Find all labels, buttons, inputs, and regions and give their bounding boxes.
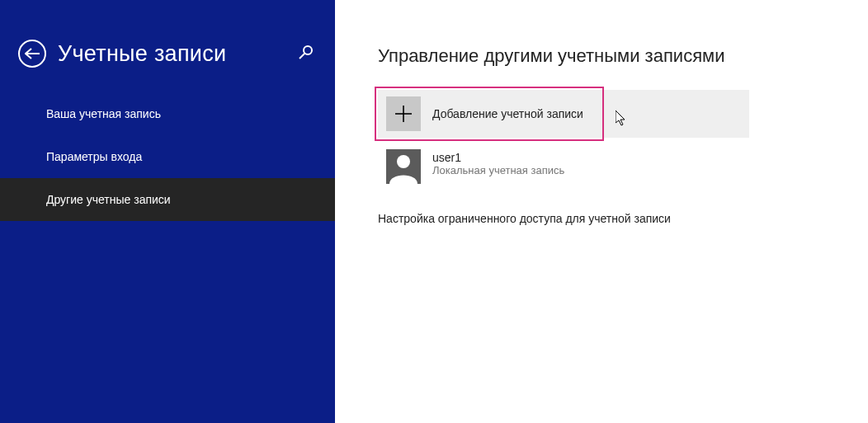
user-icon — [386, 149, 421, 184]
svg-point-4 — [397, 155, 410, 168]
sidebar-item-signin-options[interactable]: Параметры входа — [0, 135, 335, 178]
add-account-button[interactable]: Добавление учетной записи — [378, 90, 749, 138]
restricted-access-link[interactable]: Настройка ограниченного доступа для учет… — [378, 212, 671, 225]
sidebar-title: Учетные записи — [58, 41, 226, 67]
plus-icon-box — [386, 96, 421, 131]
search-icon — [299, 45, 314, 59]
sidebar: Учетные записи Ваша учетная запись Парам… — [0, 0, 335, 423]
user-row[interactable]: user1 Локальная учетная запись — [378, 143, 749, 190]
sidebar-menu: Ваша учетная запись Параметры входа Друг… — [0, 92, 335, 221]
main-panel: Управление другими учетными записями Доб… — [335, 0, 868, 423]
svg-line-1 — [300, 54, 304, 59]
sidebar-item-label: Параметры входа — [46, 150, 142, 163]
sidebar-item-label: Ваша учетная запись — [46, 107, 161, 120]
back-arrow-icon — [25, 48, 40, 59]
sidebar-item-your-account[interactable]: Ваша учетная запись — [0, 92, 335, 135]
sidebar-header: Учетные записи — [0, 40, 335, 92]
page-title: Управление другими учетными записями — [378, 45, 868, 67]
sidebar-header-left: Учетные записи — [18, 40, 226, 68]
add-account-label: Добавление учетной записи — [432, 107, 583, 120]
sidebar-item-label: Другие учетные записи — [46, 193, 171, 206]
user-info: user1 Локальная учетная запись — [432, 149, 564, 176]
user-type: Локальная учетная запись — [432, 164, 564, 176]
user-name: user1 — [432, 151, 564, 164]
svg-point-0 — [304, 46, 312, 54]
avatar — [386, 149, 421, 184]
plus-icon — [393, 103, 414, 125]
search-button[interactable] — [295, 41, 317, 66]
back-button[interactable] — [18, 40, 46, 68]
sidebar-item-other-accounts[interactable]: Другие учетные записи — [0, 178, 335, 221]
